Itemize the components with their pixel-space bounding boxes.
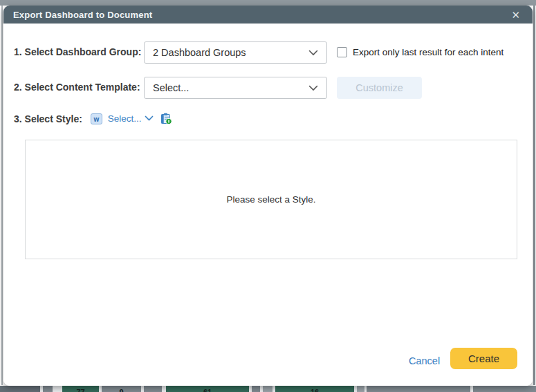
last-result-checkbox-row: Export only last result for each intent: [337, 47, 503, 57]
dialog-body: 1. Select Dashboard Group: 2 Dashboard G…: [3, 24, 533, 386]
table-cell: [357, 386, 364, 392]
table-cell: [43, 386, 53, 392]
table-cell: [0, 386, 40, 392]
chevron-down-icon[interactable]: [145, 115, 154, 122]
table-cell: 16: [275, 386, 354, 392]
table-cell: [144, 386, 162, 392]
dialog-titlebar: Export Dashboard to Document ✕: [3, 6, 533, 24]
table-cell: [367, 386, 470, 392]
table-cell: [263, 386, 272, 392]
page-background-right: [533, 6, 535, 385]
style-select-link[interactable]: Select...: [108, 113, 142, 124]
table-cell: 77: [62, 386, 99, 392]
create-button[interactable]: Create: [450, 348, 517, 369]
last-result-checkbox[interactable]: [337, 47, 347, 57]
table-cell: [473, 386, 536, 392]
svg-text:w: w: [93, 115, 99, 122]
last-result-checkbox-label: Export only last result for each intent: [353, 47, 503, 57]
word-document-icon: w: [91, 113, 102, 124]
style-panel-placeholder: Please select a Style.: [226, 194, 315, 205]
chevron-down-icon: [308, 50, 318, 56]
dashboard-group-label: 1. Select Dashboard Group:: [14, 46, 141, 57]
cancel-button[interactable]: Cancel: [403, 353, 445, 369]
dashboard-group-value: 2 Dashboard Groups: [153, 47, 308, 58]
style-preview-panel: Please select a Style.: [25, 140, 517, 259]
export-dashboard-dialog: Export Dashboard to Document ✕ 1. Select…: [3, 6, 533, 386]
background-dashboard-table: 77 9 61 16: [0, 386, 536, 392]
table-cell: 61: [166, 386, 249, 392]
page-background-left: [1, 6, 3, 385]
dashboard-group-dropdown[interactable]: 2 Dashboard Groups: [144, 41, 327, 64]
clipboard-preview-icon[interactable]: [160, 113, 172, 124]
style-select-row: 3. Select Style: w Select...: [14, 113, 172, 124]
table-cell: 9: [102, 386, 141, 392]
page-background-top: [0, 0, 536, 6]
content-template-label: 2. Select Content Template:: [14, 82, 140, 93]
chevron-down-icon: [308, 85, 318, 91]
content-template-dropdown[interactable]: Select...: [144, 77, 327, 99]
table-cell: [252, 386, 260, 392]
customize-button[interactable]: Customize: [337, 77, 422, 99]
dialog-title: Export Dashboard to Document: [13, 10, 152, 20]
content-template-value: Select...: [153, 82, 308, 93]
close-icon[interactable]: ✕: [508, 8, 523, 21]
style-label: 3. Select Style:: [14, 113, 82, 124]
